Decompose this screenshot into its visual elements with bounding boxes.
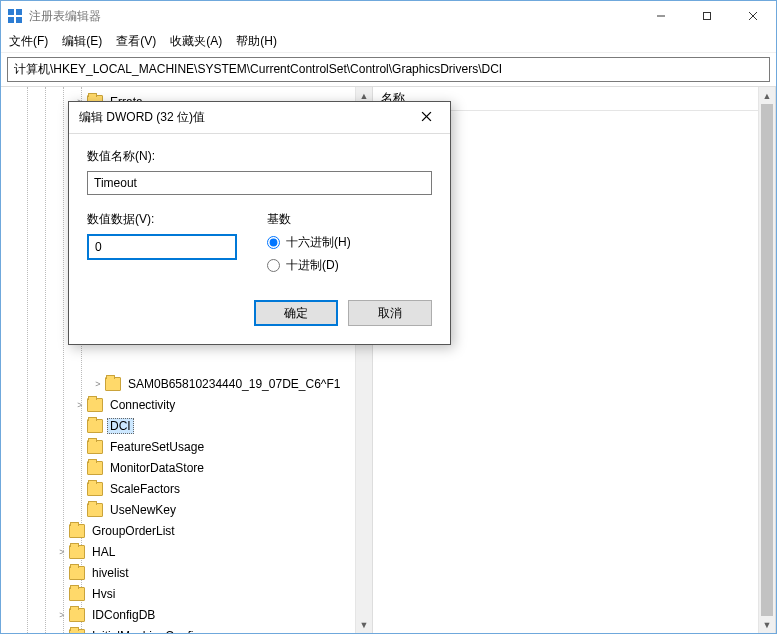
menu-edit[interactable]: 编辑(E) bbox=[62, 33, 102, 50]
maximize-button[interactable] bbox=[684, 1, 730, 31]
tree-item-label: HAL bbox=[89, 544, 118, 560]
tree-item[interactable]: hivelist bbox=[1, 562, 355, 583]
tree-item[interactable]: DCI bbox=[1, 415, 355, 436]
scroll-down-icon[interactable]: ▼ bbox=[759, 616, 775, 633]
folder-icon bbox=[87, 419, 103, 433]
tree-item-label: hivelist bbox=[89, 565, 132, 581]
ok-button[interactable]: 确定 bbox=[254, 300, 338, 326]
folder-icon bbox=[87, 503, 103, 517]
folder-icon bbox=[69, 566, 85, 580]
tree-item-label: Hvsi bbox=[89, 586, 118, 602]
tree-item-label: IDConfigDB bbox=[89, 607, 158, 623]
svg-rect-0 bbox=[8, 9, 14, 15]
tree-item[interactable]: >HAL bbox=[1, 541, 355, 562]
scroll-thumb[interactable] bbox=[761, 104, 773, 616]
dialog-close-button[interactable] bbox=[412, 110, 440, 125]
tree-item-label: DCI bbox=[107, 418, 134, 434]
tree-item[interactable]: InitialMachineConfig bbox=[1, 625, 355, 633]
tree-item[interactable]: >IDConfigDB bbox=[1, 604, 355, 625]
tree-item[interactable]: Hvsi bbox=[1, 583, 355, 604]
svg-rect-5 bbox=[704, 13, 711, 20]
scroll-up-icon[interactable]: ▲ bbox=[759, 87, 775, 104]
value-data-input[interactable] bbox=[87, 234, 237, 260]
folder-icon bbox=[69, 608, 85, 622]
folder-icon bbox=[69, 587, 85, 601]
value-name-label: 数值名称(N): bbox=[87, 148, 432, 165]
menu-help[interactable]: 帮助(H) bbox=[236, 33, 277, 50]
radix-hex-label: 十六进制(H) bbox=[286, 234, 351, 251]
tree-item[interactable]: GroupOrderList bbox=[1, 520, 355, 541]
titlebar: 注册表编辑器 bbox=[1, 1, 776, 31]
addressbar: 计算机\HKEY_LOCAL_MACHINE\SYSTEM\CurrentCon… bbox=[1, 53, 776, 86]
folder-icon bbox=[69, 524, 85, 538]
folder-icon bbox=[87, 440, 103, 454]
tree-item[interactable]: UseNewKey bbox=[1, 499, 355, 520]
tree-item-label: UseNewKey bbox=[107, 502, 179, 518]
expander-icon[interactable]: > bbox=[73, 400, 87, 410]
cancel-button[interactable]: 取消 bbox=[348, 300, 432, 326]
folder-icon bbox=[87, 398, 103, 412]
radix-dec-label: 十进制(D) bbox=[286, 257, 339, 274]
tree-item-label: SAM0B65810234440_19_07DE_C6^F1 bbox=[125, 376, 343, 392]
svg-rect-1 bbox=[16, 9, 22, 15]
tree-item[interactable]: >Connectivity bbox=[1, 394, 355, 415]
value-data-label: 数值数据(V): bbox=[87, 211, 237, 228]
dialog-titlebar: 编辑 DWORD (32 位)值 bbox=[69, 102, 450, 134]
tree-item-label: Connectivity bbox=[107, 397, 178, 413]
svg-rect-3 bbox=[16, 17, 22, 23]
radix-dec-radio[interactable] bbox=[267, 259, 280, 272]
menu-favorites[interactable]: 收藏夹(A) bbox=[170, 33, 222, 50]
tree-item-label: GroupOrderList bbox=[89, 523, 178, 539]
minimize-button[interactable] bbox=[638, 1, 684, 31]
radix-hex-radio[interactable] bbox=[267, 236, 280, 249]
edit-dword-dialog: 编辑 DWORD (32 位)值 数值名称(N): Timeout 数值数据(V… bbox=[68, 101, 451, 345]
scroll-down-icon[interactable]: ▼ bbox=[356, 616, 372, 633]
menubar: 文件(F) 编辑(E) 查看(V) 收藏夹(A) 帮助(H) bbox=[1, 31, 776, 53]
folder-icon bbox=[87, 482, 103, 496]
close-button[interactable] bbox=[730, 1, 776, 31]
expander-icon[interactable]: > bbox=[91, 379, 105, 389]
svg-rect-2 bbox=[8, 17, 14, 23]
tree-item[interactable]: FeatureSetUsage bbox=[1, 436, 355, 457]
tree-item-label: InitialMachineConfig bbox=[89, 628, 203, 634]
folder-icon bbox=[69, 545, 85, 559]
folder-icon bbox=[105, 377, 121, 391]
tree-item-label: ScaleFactors bbox=[107, 481, 183, 497]
tree-item-label: MonitorDataStore bbox=[107, 460, 207, 476]
menu-file[interactable]: 文件(F) bbox=[9, 33, 48, 50]
expander-icon[interactable]: > bbox=[55, 547, 69, 557]
address-input[interactable]: 计算机\HKEY_LOCAL_MACHINE\SYSTEM\CurrentCon… bbox=[7, 57, 770, 82]
window-title: 注册表编辑器 bbox=[29, 8, 638, 25]
app-icon bbox=[7, 8, 23, 24]
tree-item[interactable]: ScaleFactors bbox=[1, 478, 355, 499]
tree-item-label: FeatureSetUsage bbox=[107, 439, 207, 455]
dialog-title: 编辑 DWORD (32 位)值 bbox=[79, 109, 412, 126]
expander-icon[interactable]: > bbox=[55, 610, 69, 620]
regedit-window: 注册表编辑器 文件(F) 编辑(E) 查看(V) 收藏夹(A) 帮助(H) 计算… bbox=[0, 0, 777, 634]
tree-item[interactable]: MonitorDataStore bbox=[1, 457, 355, 478]
list-scrollbar[interactable]: ▲ ▼ bbox=[758, 87, 775, 633]
menu-view[interactable]: 查看(V) bbox=[116, 33, 156, 50]
folder-icon bbox=[69, 629, 85, 634]
folder-icon bbox=[87, 461, 103, 475]
tree-item[interactable]: >SAM0B65810234440_19_07DE_C6^F1 bbox=[1, 373, 355, 394]
value-name-field[interactable]: Timeout bbox=[87, 171, 432, 195]
base-group-label: 基数 bbox=[267, 211, 351, 228]
